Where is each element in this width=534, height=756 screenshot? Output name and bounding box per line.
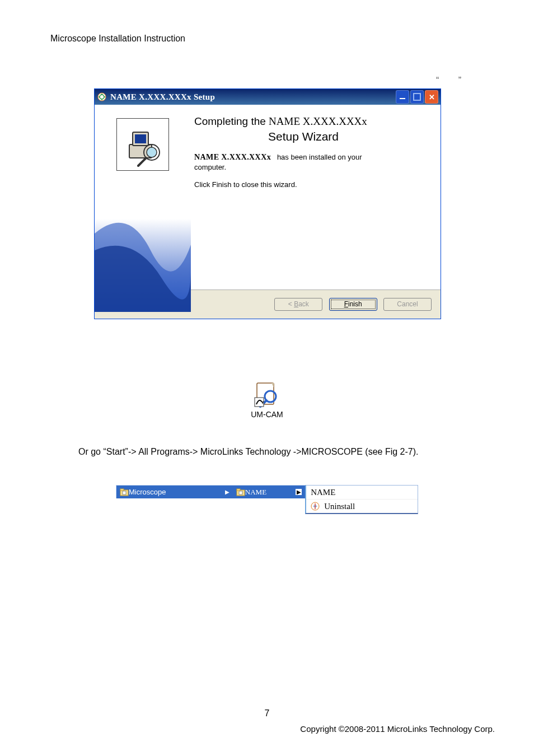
body-product: NAME X.XXX.XXXx	[194, 153, 271, 161]
wizard-body-line1: NAME X.XXX.XXXx has been installed on yo…	[194, 153, 429, 162]
wizard-finish-icon	[116, 118, 169, 171]
startmenu-submenu: NAME Uninstall	[305, 485, 418, 514]
wizard-heading: Completing the NAME X.XXX.XXXx Setup Wiz…	[194, 115, 429, 144]
folder-icon	[236, 488, 245, 497]
dialog-titlebar: NAME X.XXX.XXXx Setup ✕	[95, 89, 441, 105]
setup-wizard-dialog: NAME X.XXX.XXXx Setup ✕	[94, 88, 440, 319]
folder-icon	[120, 488, 129, 497]
heading-line2: Setup Wizard	[177, 129, 429, 144]
submenu-arrow-icon: ▶	[225, 489, 229, 495]
finish-button[interactable]: Finish	[329, 298, 377, 311]
um-cam-icon	[254, 381, 280, 408]
wizard-body-line2: Click Finish to close this wizard.	[194, 180, 429, 189]
svg-line-8	[138, 158, 146, 166]
quote-open: “	[436, 76, 439, 85]
startmenu-col3a-label: NAME	[311, 488, 335, 497]
app-icon	[97, 92, 107, 102]
svg-rect-5	[135, 134, 146, 143]
startmenu-col2-label: NAME	[245, 488, 266, 497]
svg-rect-19	[237, 489, 240, 491]
startmenu-item-name-app[interactable]: NAME	[306, 486, 418, 499]
minimize-button[interactable]	[396, 90, 409, 104]
startmenu-item-name-folder[interactable]: NAME ▶	[233, 485, 305, 498]
startmenu-item-microscope[interactable]: Microscope ▶	[116, 485, 233, 498]
startmenu-item-uninstall[interactable]: Uninstall	[306, 499, 418, 513]
heading-prefix: Completing the	[194, 115, 266, 127]
desktop-shortcut-label: UM-CAM	[245, 410, 289, 419]
svg-rect-20	[239, 491, 242, 494]
dialog-title: NAME X.XXX.XXXx Setup	[110, 92, 396, 102]
body-rest: has been installed on your	[277, 153, 362, 161]
svg-rect-17	[123, 491, 126, 494]
svg-point-7	[147, 147, 157, 157]
heading-product: NAME X.XXX.XXXx	[269, 115, 367, 127]
stray-quotes: “ ”	[436, 76, 461, 86]
cancel-button: Cancel	[383, 298, 432, 311]
instruction-paragraph: Or go “Start”-> All Programs-> MicroLink…	[78, 447, 472, 457]
wizard-body-line1-end: computer.	[194, 163, 429, 171]
copyright: Copyright ©2008-2011 MicroLinks Technolo…	[0, 724, 534, 734]
page-footer: 7 Copyright ©2008-2011 MicroLinks Techno…	[0, 708, 534, 734]
start-menu-path: Microscope ▶ NAME ▶ NAME	[116, 485, 418, 514]
wizard-right-pane: Completing the NAME X.XXX.XXXx Setup Wiz…	[191, 105, 441, 290]
startmenu-col3b-label: Uninstall	[324, 502, 355, 511]
quote-close: ”	[458, 76, 461, 85]
page-header: Microscope Installation Instruction	[50, 34, 484, 44]
back-button: < Back	[274, 298, 322, 311]
maximize-button	[410, 90, 424, 104]
page-number: 7	[0, 708, 534, 718]
desktop-shortcut[interactable]: UM-CAM	[245, 381, 289, 419]
close-button[interactable]: ✕	[425, 90, 438, 104]
uninstall-icon	[311, 502, 320, 511]
startmenu-col1-label: Microscope	[129, 488, 166, 496]
wizard-left-pane	[95, 105, 191, 290]
submenu-arrow-icon: ▶	[296, 489, 302, 495]
svg-rect-16	[120, 489, 124, 491]
